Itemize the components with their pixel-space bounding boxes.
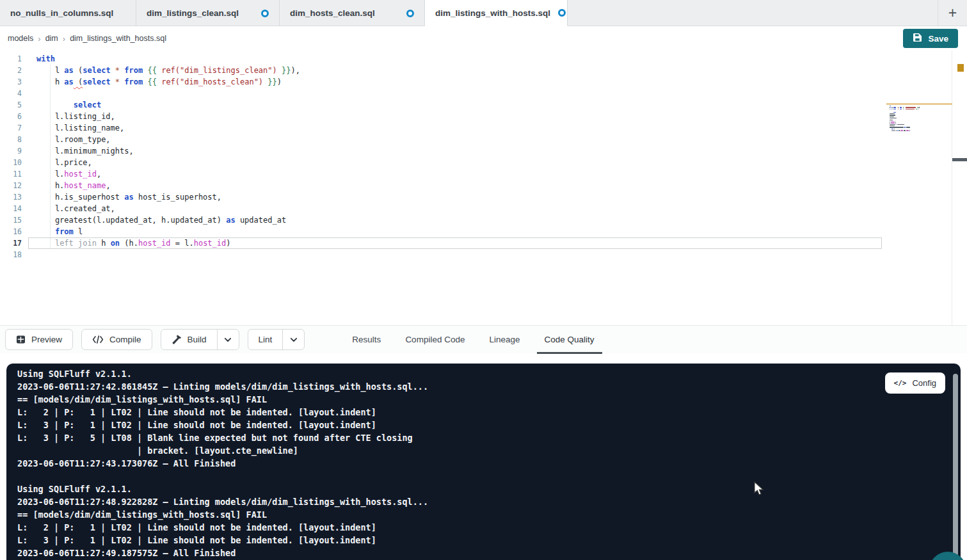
- code-token: on: [111, 239, 120, 248]
- lint-dropdown-button[interactable]: [282, 330, 304, 349]
- panel-tab-compiled-code[interactable]: Compiled Code: [396, 326, 474, 354]
- line-number: 3: [0, 76, 22, 88]
- tab-label: dim_listings_with_hosts.sql: [435, 8, 550, 18]
- build-button-label: Build: [188, 335, 207, 344]
- editor-tab-bar: no_nulls_in_columns.sqldim_listings_clea…: [0, 0, 967, 26]
- breadcrumb-item[interactable]: dim: [45, 34, 58, 43]
- minimap-line: [890, 127, 936, 127]
- code-token: (: [74, 77, 83, 86]
- compile-button-group: Compile: [81, 329, 152, 350]
- code-line[interactable]: 11 l.host_id,: [0, 168, 967, 180]
- line-number: 1: [0, 53, 22, 65]
- code-token: as: [226, 216, 235, 225]
- tab-label: dim_hosts_clean.sql: [290, 8, 375, 18]
- code-text: h.is_superhost as host_is_superhost,: [36, 191, 221, 203]
- minimap-line: [890, 106, 936, 106]
- tab-label: no_nulls_in_columns.sql: [10, 8, 113, 18]
- code-line[interactable]: 10 l.price,: [0, 157, 967, 168]
- build-button[interactable]: Build: [161, 330, 217, 349]
- hammer-icon: [172, 335, 182, 345]
- code-text: h.host_name,: [36, 180, 111, 191]
- terminal-scrollbar[interactable]: [953, 374, 958, 556]
- code-token: host_id: [138, 239, 171, 248]
- terminal-line: 2023-06-06T11:27:42.861845Z — Linting mo…: [17, 380, 428, 393]
- build-dropdown-button[interactable]: [217, 330, 239, 349]
- line-number: 2: [0, 65, 22, 76]
- minimap-line: [890, 129, 936, 129]
- code-line[interactable]: 17 left join h on (h.host_id = l.host_id…: [0, 237, 967, 249]
- editor-tab[interactable]: dim_listings_clean.sql: [136, 0, 280, 26]
- line-number: 5: [0, 99, 22, 111]
- code-token: with: [36, 54, 55, 63]
- code-token: [36, 227, 55, 236]
- minimap-line: [890, 112, 936, 113]
- code-editor[interactable]: 1with2 l as (select * from {{ ref("dim_l…: [0, 51, 967, 325]
- code-token: l.listing_id,: [36, 112, 115, 121]
- terminal-line: L: 2 | P: 1 | LT02 | Line should not be …: [17, 406, 428, 419]
- unsaved-dot-icon: [261, 10, 269, 17]
- code-text: l.room_type,: [36, 134, 111, 145]
- compile-button[interactable]: Compile: [82, 330, 152, 349]
- new-tab-button[interactable]: +: [938, 0, 967, 26]
- minimap-line: [890, 115, 936, 115]
- lint-output-terminal: Using SQLFluff v2.1.1.2023-06-06T11:27:4…: [6, 364, 961, 560]
- code-token: greatest(l.updated_at, h.updated_at): [36, 216, 226, 225]
- minimap[interactable]: [890, 106, 936, 133]
- breadcrumb-item[interactable]: dim_listings_with_hosts.sql: [70, 34, 166, 43]
- minimap-line: [890, 124, 936, 125]
- code-line[interactable]: 13 h.is_superhost as host_is_superhost,: [0, 191, 967, 203]
- terminal-line: == [models/dim/dim_listings_with_hosts.s…: [17, 508, 428, 521]
- terminal-line: 2023-06-06T11:27:43.173076Z — All Finish…: [17, 457, 428, 470]
- minimap-line: [890, 125, 936, 126]
- code-line[interactable]: 15 greatest(l.updated_at, h.updated_at) …: [0, 214, 967, 226]
- code-line[interactable]: 14 l.created_at,: [0, 203, 967, 214]
- floppy-disk-icon: [913, 33, 922, 44]
- save-button-label: Save: [928, 34, 948, 44]
- code-token: l: [74, 227, 83, 236]
- line-number: 15: [0, 214, 22, 226]
- code-token: l.created_at,: [36, 204, 115, 213]
- code-token: *: [115, 77, 120, 86]
- code-token: as: [64, 66, 73, 75]
- minimap-line: [890, 118, 936, 118]
- code-line[interactable]: 12 h.host_name,: [0, 180, 967, 191]
- code-token: host_id: [64, 170, 97, 179]
- panel-tab-lineage[interactable]: Lineage: [480, 326, 529, 354]
- breadcrumb-item[interactable]: models: [8, 34, 33, 43]
- lint-button[interactable]: Lint: [248, 330, 283, 349]
- code-line[interactable]: 8 l.room_type,: [0, 134, 967, 145]
- code-token: ref("dim_hosts_clean"): [161, 77, 263, 86]
- code-line[interactable]: 7 l.listing_name,: [0, 122, 967, 134]
- code-line[interactable]: 1with: [0, 53, 967, 65]
- code-line[interactable]: 16 from l: [0, 226, 967, 237]
- code-token: host_name: [64, 181, 106, 190]
- code-token: }}: [268, 77, 276, 86]
- config-button[interactable]: </> Config: [885, 372, 945, 394]
- line-number: 11: [0, 168, 22, 180]
- chevron-down-icon: [224, 337, 232, 342]
- minimap-line: [890, 122, 936, 123]
- code-line[interactable]: 9 l.minimum_nights,: [0, 145, 967, 157]
- editor-tab[interactable]: no_nulls_in_columns.sql: [0, 0, 136, 26]
- editor-tab[interactable]: dim_listings_with_hosts.sql: [425, 0, 568, 26]
- scrollbar-warning-marker: [957, 64, 964, 72]
- code-line[interactable]: 4: [0, 88, 967, 99]
- code-line[interactable]: 2 l as (select * from {{ ref("dim_listin…: [0, 65, 967, 76]
- code-token: h: [36, 77, 64, 86]
- grid-icon: [16, 335, 26, 344]
- line-number: 18: [0, 249, 22, 260]
- panel-tab-results[interactable]: Results: [343, 326, 390, 354]
- save-button[interactable]: Save: [903, 29, 958, 48]
- code-icon: [92, 335, 104, 344]
- code-line[interactable]: 3 h as (select * from {{ ref("dim_hosts_…: [0, 76, 967, 88]
- code-line[interactable]: 18: [0, 249, 967, 260]
- code-token: host_is_superhost,: [134, 193, 221, 202]
- editor-tab[interactable]: dim_hosts_clean.sql: [280, 0, 425, 26]
- minimap-line: [890, 109, 936, 109]
- preview-button[interactable]: Preview: [6, 330, 72, 349]
- scrollbar-position-marker: [952, 158, 967, 161]
- code-text: l.price,: [36, 157, 92, 168]
- code-line[interactable]: 5 select: [0, 99, 967, 111]
- panel-tab-code-quality[interactable]: Code Quality: [536, 326, 603, 354]
- code-line[interactable]: 6 l.listing_id,: [0, 111, 967, 122]
